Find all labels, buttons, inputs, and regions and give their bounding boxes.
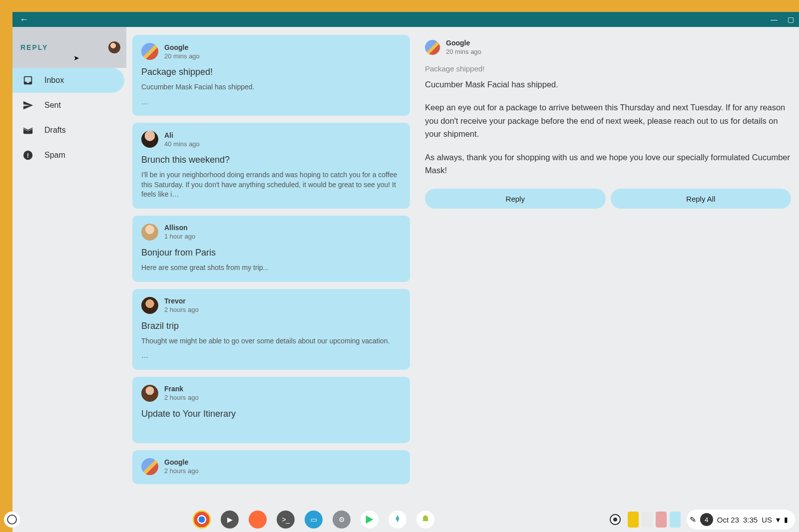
taskbar-chrome-icon[interactable]	[193, 511, 211, 529]
message-card[interactable]: Allison 1 hour ago Bonjour from Paris He…	[132, 216, 410, 282]
message-card[interactable]: Google 20 mins ago Package shipped! Cucu…	[132, 35, 410, 116]
spam-icon: !	[22, 150, 33, 161]
send-icon	[22, 100, 33, 111]
sidebar-item-inbox[interactable]: Inbox	[12, 68, 124, 93]
window-titlebar: ← — ▢	[12, 12, 799, 27]
sender-name: Allison	[164, 224, 195, 232]
reply-button[interactable]: Reply	[425, 189, 606, 209]
message-card[interactable]: Frank 2 hours ago Update to Your Itinera…	[132, 377, 410, 443]
detail-sender: Google	[446, 39, 481, 47]
message-detail: Google 20 mins ago Package shipped! Cucu…	[416, 27, 799, 532]
sidebar-item-label: Inbox	[44, 76, 64, 85]
message-more: …	[141, 97, 401, 107]
sender-avatar-icon	[141, 131, 158, 148]
message-list[interactable]: Google 20 mins ago Package shipped! Cucu…	[126, 27, 416, 532]
detail-paragraph: Cucumber Mask Facial has shipped.	[425, 78, 791, 91]
tray-locale: US	[762, 516, 772, 524]
sidebar-item-label: Sent	[44, 101, 61, 110]
message-subject: Package shipped!	[141, 67, 401, 77]
inbox-icon	[22, 75, 33, 86]
record-icon[interactable]	[610, 514, 621, 525]
wifi-icon: ▾	[776, 515, 780, 525]
sender-avatar-icon	[141, 385, 158, 402]
detail-paragraph: As always, thank you for shopping with u…	[425, 151, 791, 177]
reply-all-button[interactable]: Reply All	[611, 189, 792, 209]
tray-time: 3:35	[743, 516, 758, 524]
svg-text:!: !	[27, 152, 29, 159]
sender-name: Ali	[164, 131, 200, 139]
minimize-button[interactable]: —	[771, 15, 778, 23]
message-time: 2 hours ago	[164, 306, 199, 313]
taskbar: ▶ >_ ▭ ⚙ ✎ 4 Oct 23 3:35 US ▾ ▮	[0, 507, 799, 532]
taskbar-play-store-icon[interactable]	[361, 511, 379, 529]
sidebar-item-drafts[interactable]: Drafts	[12, 118, 124, 143]
sender-name: Frank	[164, 385, 199, 393]
back-arrow-icon[interactable]: ←	[19, 14, 28, 25]
detail-avatar-icon	[425, 40, 440, 55]
taskbar-android-studio-icon[interactable]	[389, 511, 406, 529]
message-card[interactable]: Trevor 2 hours ago Brazil trip Thought w…	[132, 289, 410, 370]
mouse-cursor-icon: ➤	[73, 54, 79, 62]
notification-count[interactable]: 4	[700, 513, 713, 526]
taskbar-youtube-icon[interactable]: ▶	[221, 511, 239, 529]
drafts-icon	[22, 125, 33, 136]
tray-date: Oct 23	[717, 516, 739, 524]
detail-subject: Package shipped!	[425, 64, 791, 73]
sidebar-item-sent[interactable]: Sent	[12, 93, 124, 118]
taskbar-window-previews[interactable]	[628, 512, 681, 528]
taskbar-android-icon[interactable]	[416, 511, 434, 529]
pen-icon[interactable]: ✎	[690, 515, 696, 525]
message-preview: I'll be in your neighborhood doing erran…	[141, 170, 401, 200]
message-preview: Thought we might be able to go over some…	[141, 336, 401, 346]
sender-avatar-icon	[141, 458, 158, 475]
sender-avatar-icon	[141, 224, 158, 241]
battery-icon: ▮	[784, 516, 788, 524]
sender-avatar-icon	[141, 43, 158, 60]
message-card[interactable]: Ali 40 mins ago Brunch this weekend? I'l…	[132, 123, 410, 209]
message-preview: Here are some great shots from my trip..…	[141, 263, 401, 273]
taskbar-reddit-icon[interactable]	[249, 511, 267, 529]
detail-time: 20 mins ago	[446, 48, 481, 55]
message-time: 2 hours ago	[164, 467, 199, 475]
sidebar-header: REPLY ➤	[12, 27, 126, 68]
taskbar-files-icon[interactable]: ▭	[305, 511, 323, 529]
app-title: REPLY	[20, 43, 48, 51]
system-tray[interactable]: ✎ 4 Oct 23 3:35 US ▾ ▮	[687, 510, 795, 530]
sidebar-item-label: Drafts	[44, 126, 66, 135]
message-subject: Update to Your Itinerary	[141, 409, 401, 419]
user-avatar[interactable]	[108, 41, 120, 53]
message-time: 2 hours ago	[164, 394, 199, 401]
detail-paragraph: Keep an eye out for a package to arrive …	[425, 101, 791, 140]
message-preview: Cucumber Mask Facial has shipped.	[141, 82, 401, 92]
sender-name: Google	[164, 458, 199, 466]
message-subject: Bonjour from Paris	[141, 248, 401, 258]
message-time: 20 mins ago	[164, 52, 200, 60]
sender-avatar-icon	[141, 297, 158, 314]
detail-body: Cucumber Mask Facial has shipped. Keep a…	[425, 78, 791, 177]
sender-name: Trevor	[164, 297, 199, 305]
taskbar-terminal-icon[interactable]: >_	[277, 511, 295, 529]
message-time: 40 mins ago	[164, 140, 200, 148]
message-time: 1 hour ago	[164, 233, 195, 240]
maximize-button[interactable]: ▢	[788, 15, 794, 23]
launcher-button[interactable]	[4, 512, 20, 528]
sidebar-item-spam[interactable]: ! Spam	[12, 143, 124, 168]
app-window: ← — ▢ REPLY ➤ Inbox Sent Drafts	[12, 12, 799, 532]
message-more: …	[141, 351, 401, 361]
taskbar-settings-icon[interactable]: ⚙	[333, 511, 351, 529]
message-subject: Brunch this weekend?	[141, 155, 401, 165]
sidebar: REPLY ➤ Inbox Sent Drafts ! Spam	[12, 27, 126, 532]
message-subject: Brazil trip	[141, 321, 401, 331]
sidebar-item-label: Spam	[44, 151, 65, 160]
message-card[interactable]: Google 2 hours ago	[132, 450, 410, 484]
sender-name: Google	[164, 43, 200, 51]
